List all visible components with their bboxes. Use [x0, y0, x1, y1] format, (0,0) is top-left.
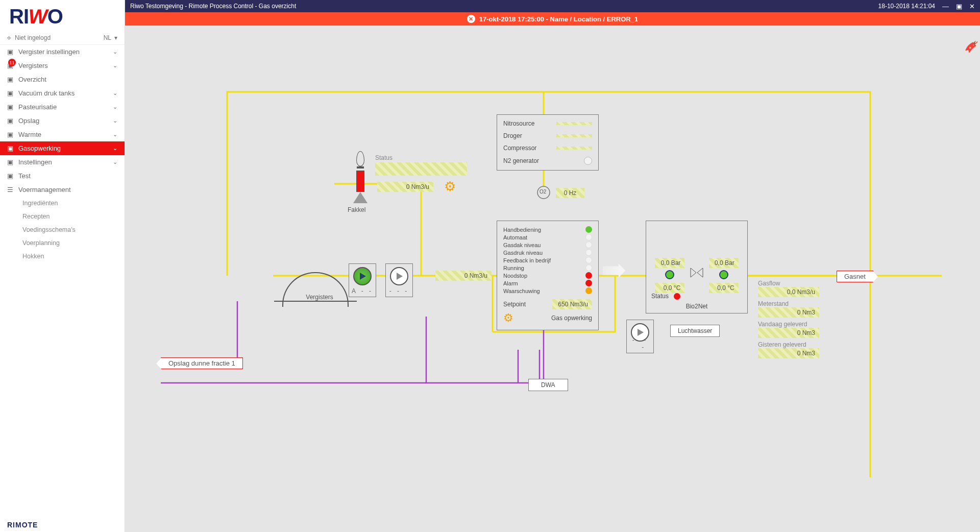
- gasnet-arrow[interactable]: Gasnet: [837, 271, 873, 282]
- gasflow-label: Gasflow: [758, 280, 824, 287]
- gasopwerking-title: Gas opwerking: [551, 315, 592, 322]
- status-row: Feedback in bedrijf: [503, 257, 592, 263]
- nav-gasopwerking[interactable]: ▣ Gasopwerking⌄: [0, 141, 125, 155]
- meterstand-label: Meterstand: [758, 300, 824, 307]
- login-icon: ⎆: [7, 34, 11, 41]
- nav-vergisters[interactable]: ▣ 11Vergisters⌄: [0, 59, 125, 72]
- o2-label: O2: [540, 189, 546, 195]
- fakkel-flow: 0 Nm3/u: [377, 182, 433, 192]
- stats-panel: Gasflow 0,0 Nm3/u Meterstand 0 Nm3 Vanda…: [758, 280, 824, 358]
- bio2net-valve1-icon: [665, 270, 674, 279]
- chevron-down-icon: ▾: [114, 34, 117, 41]
- bio2net-bar2: 0,0 Bar: [709, 258, 739, 268]
- titlebar: Riwo Testomgeving - Rimote Process Contr…: [125, 0, 980, 12]
- bio2net-panel: 0,0 Bar 0,0 °C 0,0 Bar 0,0 °C Status Bio…: [646, 221, 748, 313]
- n2-label: N2 generator: [503, 157, 539, 164]
- titlebar-text: Riwo Testomgeving - Rimote Process Contr…: [130, 3, 296, 10]
- droger-label: Droger: [503, 132, 522, 139]
- nav-sub-voerplanning[interactable]: Voerplanning: [0, 236, 125, 250]
- close-icon[interactable]: ✕: [969, 3, 975, 10]
- vandaag-value: 0 Nm3: [758, 328, 819, 338]
- process-canvas: 🔖 Fakkel Status 0 Nm3/u ⚙ Vergisters A -…: [125, 26, 980, 532]
- pump-b-box[interactable]: - - -: [385, 263, 413, 297]
- svg-marker-2: [397, 273, 403, 280]
- maximize-icon[interactable]: ▣: [956, 3, 962, 10]
- dwa-label: DWA: [528, 379, 568, 391]
- fakkel-status-value: [375, 162, 467, 176]
- svg-marker-3: [691, 268, 696, 277]
- user-row[interactable]: ⎆ Niet ingelogd NL ▾: [0, 31, 125, 45]
- gear-icon[interactable]: ⚙: [503, 311, 513, 325]
- nav-vergister-inst[interactable]: ▣ Vergister instellingen⌄: [0, 45, 125, 59]
- bio2net-status-led: [674, 293, 680, 300]
- titlebar-datetime: 18-10-2018 14:21:04: [878, 3, 935, 10]
- setpoint-label: Setpoint: [503, 301, 526, 308]
- alert-text: 17-okt-2018 17:25:00 - Name / Location /…: [479, 15, 638, 23]
- status-row: Waarschuwing: [503, 287, 592, 294]
- main-flow: 0 Nm3/u: [435, 271, 492, 281]
- minimize-icon[interactable]: —: [942, 3, 949, 10]
- pump-luchtwasser-box[interactable]: - - -: [626, 320, 654, 353]
- bio2net-c2: 0,0 °C: [709, 283, 739, 293]
- bio2net-status-label: Status: [651, 293, 669, 300]
- fakkel-status-label: Status: [375, 154, 393, 161]
- nitrosource-label: Nitrosource: [503, 120, 534, 127]
- svg-marker-5: [638, 329, 644, 336]
- logo: RIWO: [0, 0, 125, 31]
- setpoint-value: 650 Nm3/u: [552, 299, 592, 309]
- opslag-arrow[interactable]: Opslag dunne fractie 1: [161, 357, 243, 369]
- hz-value: 0 Hz: [556, 188, 584, 198]
- nav-sub-ingredienten[interactable]: Ingrediënten: [0, 197, 125, 210]
- nav-pasteurisatie[interactable]: ▣ Pasteurisatie⌄: [0, 100, 125, 114]
- status-row: Gasdak niveau: [503, 241, 592, 248]
- luchtwasser-label: Luchtwasser: [670, 325, 720, 337]
- bio2net-title: Bio2Net: [646, 303, 747, 310]
- compressor-label: Compressor: [503, 144, 536, 152]
- svg-marker-1: [360, 273, 366, 280]
- gasopwerking-panel: HandbedieningAutomaatGasdak niveauGasdru…: [497, 221, 599, 330]
- user-label: Niet ingelogd: [15, 34, 51, 41]
- nav-sub-hokken[interactable]: Hokken: [0, 250, 125, 263]
- language-selector[interactable]: NL ▾: [104, 34, 117, 41]
- alert-close-icon[interactable]: ✕: [467, 15, 475, 23]
- vandaag-label: Vandaag geleverd: [758, 321, 824, 328]
- nav-sub-voedingsschema[interactable]: Voedingsschema's: [0, 223, 125, 236]
- gisteren-label: Gisteren geleverd: [758, 341, 824, 348]
- bio2net-valve2-icon: [719, 270, 728, 279]
- vergisters-graphic: Vergisters: [282, 272, 357, 302]
- pump-b-icon: [390, 267, 408, 285]
- flow-arrow-icon: [603, 263, 625, 278]
- footer-brand: RIMOTE: [7, 521, 38, 529]
- nav-test[interactable]: ▣ Test: [0, 169, 125, 183]
- gear-icon[interactable]: ⚙: [444, 179, 456, 195]
- valve-icon: [690, 267, 703, 280]
- nav-warmte[interactable]: ▣ Warmte⌄: [0, 128, 125, 141]
- nav-instellingen[interactable]: ▣ Instellingen⌄: [0, 155, 125, 169]
- status-row: Noodstop: [503, 272, 592, 279]
- status-row: Automaat: [503, 234, 592, 240]
- gisteren-value: 0 Nm3: [758, 348, 819, 358]
- pump-a-box[interactable]: A - -: [349, 263, 376, 297]
- bio2net-c1: 0,0 °C: [655, 283, 684, 293]
- bio2net-bar1: 0,0 Bar: [655, 258, 684, 268]
- meterstand-value: 0 Nm3: [758, 307, 819, 318]
- nav-overzicht[interactable]: ▣ Overzicht: [0, 72, 125, 86]
- status-row: Alarm: [503, 280, 592, 286]
- sidebar: RIWO ⎆ Niet ingelogd NL ▾ ▣ Vergister in…: [0, 0, 125, 532]
- alert-bar[interactable]: ✕ 17-okt-2018 17:25:00 - Name / Location…: [125, 12, 980, 26]
- status-row: Handbediening: [503, 226, 592, 233]
- pump-a-icon: [353, 267, 372, 285]
- nav: ▣ Vergister instellingen⌄ ▣ 11Vergisters…: [0, 45, 125, 263]
- component-panel: Nitrosource Droger Compressor N2 generat…: [497, 114, 599, 171]
- nav-opslag[interactable]: ▣ Opslag⌄: [0, 114, 125, 128]
- svg-marker-4: [697, 268, 703, 277]
- tag-icon[interactable]: 🔖: [965, 40, 978, 54]
- fakkel-graphic: Fakkel: [348, 151, 373, 213]
- gasflow-value: 0,0 Nm3/u: [758, 287, 819, 297]
- status-row: Gasdruk niveau: [503, 249, 592, 256]
- nav-sub-recepten[interactable]: Recepten: [0, 210, 125, 223]
- nav-voermanagement[interactable]: ☰ Voermanagement: [0, 183, 125, 197]
- status-row: Running: [503, 264, 592, 271]
- nav-vacuum[interactable]: ▣ Vacuüm druk tanks⌄: [0, 86, 125, 100]
